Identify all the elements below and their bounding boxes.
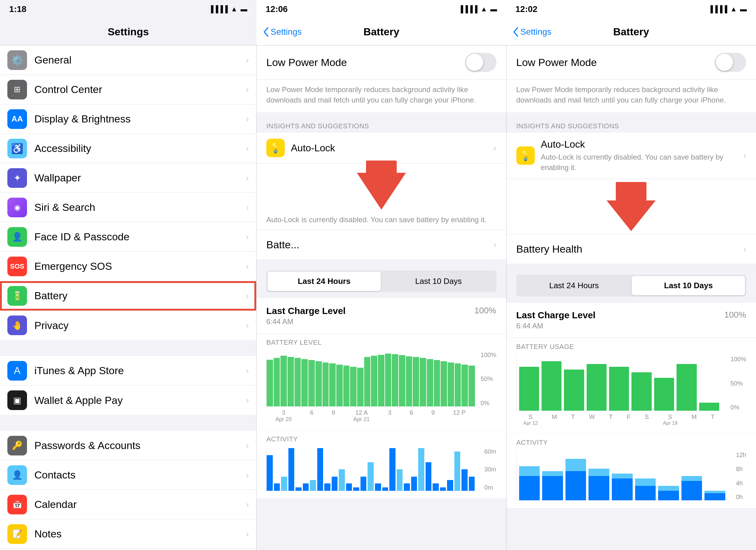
battery-level-header-m: BATTERY LEVEL (266, 339, 496, 347)
wifi-icon-r: ▲ (730, 5, 737, 13)
time-toggle-r: Last 24 Hours Last 10 Days (516, 275, 746, 297)
middle-status-bar: 12:06 ▐▐▐▐ ▲ ▬ (257, 0, 506, 18)
activity-header-m: ACTIVITY (266, 435, 496, 443)
red-arrow-m (357, 173, 406, 209)
autolock-icon-m: 💡 (266, 139, 285, 157)
settings-item-calendar[interactable]: 📅 Calendar › (0, 490, 256, 519)
contacts-icon: 👤 (7, 465, 27, 485)
faceid-label: Face ID & Passcode (34, 231, 246, 243)
calendar-icon: 📅 (7, 495, 27, 514)
low-power-section-r: Low Power Mode Low Power Mode temporaril… (507, 45, 756, 112)
battery-usage-y-labels-r: 100% 50% 0% (731, 356, 746, 411)
settings-item-faceid[interactable]: 👤 Face ID & Passcode › (0, 222, 256, 252)
middle-time: 12:06 (266, 4, 288, 14)
autolock-row-r[interactable]: 💡 Auto-Lock Auto-Lock is currently disab… (507, 133, 756, 179)
settings-item-contacts[interactable]: 👤 Contacts › (0, 460, 256, 490)
faceid-chevron: › (246, 232, 249, 242)
settings-item-accessibility[interactable]: ♿ Accessibility › (0, 134, 256, 163)
time-btn-10d-r[interactable]: Last 10 Days (632, 276, 745, 295)
settings-item-passwords[interactable]: 🔑 Passwords & Accounts › (0, 431, 256, 460)
settings-item-general[interactable]: ⚙️ General › (0, 45, 256, 75)
settings-item-battery[interactable]: 🔋 Battery › (0, 281, 256, 311)
insights-header-r: INSIGHTS AND SUGGESTIONS (507, 117, 756, 133)
low-power-toggle-m[interactable] (465, 53, 496, 72)
insights-section-r: INSIGHTS AND SUGGESTIONS 💡 Auto-Lock Aut… (507, 117, 756, 263)
display-chevron: › (246, 114, 249, 124)
control-center-label: Control Center (34, 83, 246, 95)
toggle-knob-m (466, 54, 483, 71)
settings-item-sos[interactable]: SOS Emergency SOS › (0, 252, 256, 281)
left-status-bar: 1:18 ▐▐▐▐ ▲ ▬ (0, 0, 257, 18)
autolock-desc-m: Auto-Lock is currently disabled. You can… (257, 214, 506, 230)
settings-item-reminders[interactable]: ☰ Reminders › (0, 549, 256, 550)
settings-item-privacy[interactable]: 🤚 Privacy › (0, 311, 256, 340)
settings-section-1: ⚙️ General › ⊞ Control Center › AA Displ… (0, 45, 256, 340)
toggle-knob-r (716, 54, 733, 71)
wallpaper-label: Wallpaper (34, 172, 246, 184)
battery-usage-chart-section-r: BATTERY USAGE 100% (507, 338, 756, 433)
privacy-icon: 🤚 (7, 316, 27, 335)
time-btn-24h-m[interactable]: Last 24 Hours (268, 271, 381, 291)
insights-section-m: INSIGHTS AND SUGGESTIONS 💡 Auto-Lock › (257, 117, 506, 259)
low-power-toggle-r[interactable] (715, 53, 746, 72)
settings-panel: ⚙️ General › ⊞ Control Center › AA Displ… (0, 45, 257, 550)
settings-item-wallpaper[interactable]: ✦ Wallpaper › (0, 163, 256, 193)
faceid-icon: 👤 (7, 227, 27, 247)
section-separator-1 (0, 345, 256, 356)
sos-label: Emergency SOS (34, 260, 246, 272)
right-battery-panel: Low Power Mode Low Power Mode temporaril… (507, 45, 756, 550)
autolock-text-r: Auto-Lock Auto-Lock is currently disable… (541, 139, 743, 172)
autolock-section-r: 💡 Auto-Lock Auto-Lock is currently disab… (507, 133, 756, 263)
time-btn-24h-r[interactable]: Last 24 Hours (518, 276, 631, 295)
general-chevron: › (246, 55, 249, 65)
left-time: 1:18 (9, 4, 26, 14)
passwords-icon: 🔑 (7, 436, 27, 456)
middle-back-button[interactable]: Settings (263, 27, 302, 37)
charge-level-m: Last Charge Level 6:44 AM 100% (257, 298, 506, 334)
low-power-label-r: Low Power Mode (516, 56, 597, 68)
battery-health-chevron-m: › (493, 240, 496, 249)
battery-settings-icon: 🔋 (7, 286, 27, 306)
itunes-chevron: › (246, 366, 249, 376)
settings-item-notes[interactable]: 📝 Notes › (0, 519, 256, 549)
contacts-chevron: › (246, 470, 249, 480)
wallet-icon: ▣ (7, 390, 27, 410)
autolock-title-r: Auto-Lock (541, 139, 743, 150)
status-bars: 1:18 ▐▐▐▐ ▲ ▬ 12:06 ▐▐▐▐ ▲ ▬ 12:02 ▐▐▐▐ … (0, 0, 756, 18)
main-content: ⚙️ General › ⊞ Control Center › AA Displ… (0, 45, 756, 550)
right-back-button[interactable]: Settings (512, 27, 551, 37)
battery-level-chart-section-m: BATTERY LEVEL (257, 334, 506, 430)
autolock-chevron-r: › (743, 151, 746, 160)
settings-item-control-center[interactable]: ⊞ Control Center › (0, 75, 256, 104)
low-power-desc-r: Low Power Mode temporarily reduces backg… (507, 79, 756, 112)
settings-item-wallet[interactable]: ▣ Wallet & Apple Pay › (0, 386, 256, 415)
battery-x-labels-m: 3Apr 20 6 9 12 AApr 21 3 6 9 12 P (266, 409, 475, 423)
calendar-label: Calendar (34, 498, 246, 510)
wallet-label: Wallet & Apple Pay (34, 394, 246, 406)
battery-health-row-r[interactable]: Battery Health › (507, 234, 756, 263)
autolock-icon-r: 💡 (516, 146, 535, 165)
itunes-label: iTunes & App Store (34, 365, 246, 377)
middle-nav-bar: Settings Battery (257, 18, 506, 45)
charge-level-r: Last Charge Level 6:44 AM 100% (507, 303, 756, 338)
settings-item-siri[interactable]: ◉ Siri & Search › (0, 193, 256, 222)
contacts-label: Contacts (34, 469, 246, 481)
battery-level-bars-m (266, 352, 475, 407)
right-back-label: Settings (520, 27, 551, 37)
activity-chart-section-r: ACTIVITY (507, 433, 756, 508)
settings-item-display[interactable]: AA Display & Brightness › (0, 104, 256, 134)
middle-nav-title: Battery (363, 26, 399, 38)
battery-health-row-m[interactable]: Batte... › (257, 230, 506, 259)
battery-label: Battery (34, 290, 246, 302)
passwords-chevron: › (246, 441, 249, 451)
autolock-section-m: 💡 Auto-Lock › Auto-Lock is currently dis… (257, 133, 506, 259)
right-nav-title: Battery (613, 26, 649, 38)
privacy-chevron: › (246, 321, 249, 330)
settings-item-itunes[interactable]: A iTunes & App Store › (0, 356, 256, 386)
activity-y-labels-r: 12h 8h 4h 0h (736, 452, 746, 501)
autolock-row-m[interactable]: 💡 Auto-Lock › (257, 133, 506, 163)
time-btn-10d-m[interactable]: Last 10 Days (382, 271, 495, 291)
low-power-section-m: Low Power Mode Low Power Mode temporaril… (257, 45, 506, 112)
activity-header-r: ACTIVITY (516, 439, 746, 447)
display-icon: AA (7, 109, 27, 129)
